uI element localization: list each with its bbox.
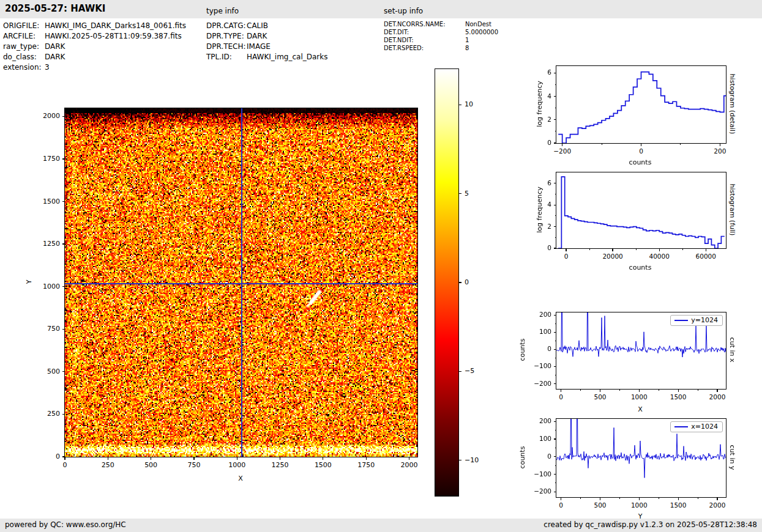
meta-value: 3 (45, 63, 50, 72)
y-tick-label: 2000 (31, 112, 60, 120)
legend-line-swatch (674, 426, 688, 427)
x-tick-mark (720, 143, 720, 146)
cut-x-right-label: cut in x (728, 338, 736, 363)
legend-label: x=1024 (691, 423, 718, 430)
y-tick-label: 1750 (31, 155, 60, 163)
setup-info-row: DET.NDIT:1 (384, 36, 498, 44)
x-tick-label: 0 (564, 253, 569, 260)
y-tick-label: 750 (31, 325, 60, 333)
meta-value: DARK (45, 42, 65, 51)
y-tick-mark (554, 456, 557, 457)
x-tick-mark (717, 389, 717, 392)
colorbar-tick-label: −10 (465, 456, 479, 464)
x-tick-label: 2000 (401, 461, 418, 469)
meta-value: DARK (247, 32, 267, 40)
y-minor-tick (555, 448, 557, 448)
y-tick-label: 0 (31, 453, 60, 460)
colorbar-tick-mark (458, 371, 461, 372)
x-tick-label: 40000 (649, 253, 669, 260)
y-tick-mark (62, 201, 65, 202)
histogram-full-canvas (556, 172, 726, 248)
main-x-axis-label: X (238, 475, 243, 482)
x-minor-tick (636, 248, 637, 250)
y-tick-label: 250 (31, 410, 60, 418)
hist-full-y-label: log frequency (536, 187, 543, 232)
meta-label: DET.NDIT: (384, 36, 465, 44)
x-tick-mark (562, 143, 562, 146)
hist-full-right-label: histogram (full) (728, 184, 736, 236)
type-info-row: TPL.ID:HAWKI_img_cal_Darks (206, 52, 328, 62)
histogram-full-plot: 02000040000600000246 (556, 172, 727, 249)
x-tick-label: 1000 (631, 501, 648, 509)
x-tick-mark (717, 497, 717, 500)
meta-value: HAWKI.2025-05-28T11:09:59.387.fits (45, 32, 182, 40)
y-tick-mark (554, 142, 557, 143)
y-tick-label: 1250 (31, 240, 60, 248)
x-minor-tick (698, 497, 698, 499)
x-tick-label: 1750 (357, 461, 375, 469)
x-tick-label: 1500 (670, 393, 687, 401)
x-tick-mark (280, 457, 280, 460)
x-minor-tick (619, 389, 620, 391)
x-tick-mark (561, 497, 561, 500)
meta-label: DET.NCORRS.NAME: (384, 20, 465, 28)
y-tick-mark (554, 119, 557, 120)
main-y-axis-label: Y (25, 280, 33, 284)
meta-label: DPR.TECH: (206, 42, 247, 52)
x-tick-label: 200 (714, 147, 726, 155)
type-info-row: DPR.TECH:IMAGE (206, 42, 328, 52)
y-tick-label: 100 (522, 435, 551, 442)
cut-y-y-label: counts (518, 446, 526, 469)
hist-detail-y-label: log frequency (536, 81, 543, 127)
setup-info-row: DET.DIT:5.0000000 (384, 28, 498, 36)
y-tick-mark (554, 315, 557, 316)
colorbar-tick-mark (458, 105, 461, 105)
x-tick-label: 2000 (709, 393, 726, 401)
y-tick-mark (554, 183, 557, 183)
x-tick-mark (600, 497, 600, 500)
y-tick-mark (554, 226, 557, 227)
colorbar-tick-label: 5 (465, 190, 469, 198)
y-minor-tick (555, 465, 557, 466)
y-tick-mark (62, 158, 65, 159)
y-tick-label: 1000 (31, 283, 60, 290)
y-tick-label: −100 (522, 362, 551, 369)
type-info-row: DPR.TYPE:DARK (206, 31, 328, 42)
footer-left-text: powered by QC: www.eso.org/HC (5, 520, 126, 529)
x-minor-tick (698, 389, 698, 391)
histogram-detail-canvas (556, 66, 726, 143)
y-tick-mark (554, 205, 557, 205)
x-tick-mark (566, 248, 566, 251)
x-tick-label: 1500 (670, 501, 687, 509)
main-image-plot: 0250500750100012501500175020000250500750… (64, 108, 418, 457)
x-minor-tick (602, 143, 602, 145)
y-minor-tick (555, 84, 557, 85)
x-tick-label: 250 (102, 461, 114, 469)
y-minor-tick (555, 375, 557, 375)
meta-value: HAWKI_img_cal_Darks (247, 53, 328, 61)
y-tick-label: 0 (522, 139, 551, 146)
colorbar: 1050−5−10 (435, 68, 459, 497)
meta-label: DET.DIT: (384, 28, 465, 36)
meta-label: DPR.TYPE: (206, 31, 247, 42)
y-tick-label: 100 (522, 328, 551, 335)
x-tick-mark (600, 389, 600, 392)
meta-label: ORIGFILE: (3, 21, 45, 31)
x-tick-mark (366, 457, 367, 460)
meta-label: DPR.CATG: (206, 21, 247, 31)
x-minor-tick (619, 497, 620, 499)
dark-frame-image (65, 108, 417, 457)
y-tick-mark (554, 73, 557, 73)
y-tick-label: 0 (522, 244, 551, 251)
meta-label: do_class: (3, 52, 45, 62)
type-info-row: DPR.CATG:CALIB (206, 21, 328, 31)
y-minor-tick (555, 194, 557, 194)
x-tick-label: 0 (639, 147, 643, 155)
x-tick-mark (64, 457, 65, 460)
y-minor-tick (555, 323, 557, 324)
x-minor-tick (680, 143, 681, 145)
file-info-row: do_class:DARK (3, 52, 186, 62)
y-tick-label: −200 (522, 487, 551, 495)
x-tick-label: 1500 (315, 461, 332, 469)
x-tick-mark (678, 497, 679, 500)
